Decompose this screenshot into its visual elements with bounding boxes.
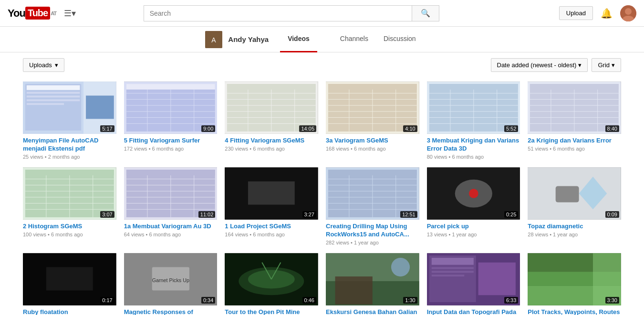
upload-button[interactable]: Upload (559, 6, 593, 20)
video-thumbnail: 4:10 (326, 81, 419, 134)
video-card[interactable]: 3:27 1 Load Project SGeMS 164 views • 6 … (225, 167, 318, 245)
video-title[interactable]: 5 Fitting Variogram Surfer (124, 137, 218, 145)
logo-at: AT (51, 10, 56, 16)
video-title[interactable]: Input Data dan Topografi Pada Studio 3 D… (427, 308, 520, 315)
tab-about[interactable] (424, 27, 439, 52)
video-meta: 51 views • 6 months ago (528, 146, 621, 152)
video-card[interactable]: 5:17 Menyimpan File AutoCAD menjadi Ekst… (23, 81, 116, 160)
sort-label: Date added (newest - oldest) (497, 61, 577, 69)
duration-badge: 9:00 (201, 125, 215, 132)
video-thumbnail: 3:07 (23, 167, 116, 220)
tab-videos-active[interactable]: Videos (280, 27, 317, 52)
view-label: Grid (598, 61, 610, 69)
video-title[interactable]: Magnetic Responses of Gemstones (124, 308, 218, 315)
svg-rect-14 (86, 96, 114, 119)
svg-rect-135 (431, 258, 473, 265)
avatar[interactable] (620, 5, 636, 21)
video-thumbnail: 12:51 (326, 167, 419, 220)
bell-icon[interactable]: 🔔 (601, 8, 613, 19)
video-thumbnail: 5:17 (23, 81, 116, 134)
video-card[interactable]: 3:07 2 Histogram SGeMS 100 views • 6 mon… (23, 167, 116, 245)
svg-text:A: A (212, 36, 217, 44)
video-card[interactable]: 9:00 5 Fitting Variogram Surfer 172 view… (124, 81, 218, 160)
video-meta: 100 views • 6 months ago (23, 232, 116, 237)
tab-playlists[interactable] (317, 27, 332, 52)
video-card[interactable]: 0:17 Ruby floatation 17 views • 1 year a… (23, 253, 116, 315)
duration-badge: 8:40 (605, 125, 619, 132)
video-title[interactable]: 2 Histogram SGeMS (23, 223, 116, 231)
video-thumbnail: 3:30 (528, 253, 621, 305)
video-title[interactable]: 2a Kriging dan Varians Error (528, 137, 621, 145)
menu-icon[interactable]: ☰▾ (64, 8, 76, 19)
video-thumbnail: 0:25 (427, 167, 520, 220)
tab-channels[interactable]: Channels (332, 27, 376, 52)
video-card[interactable]: 5:52 3 Membuat Kriging dan Varians Error… (427, 81, 520, 160)
view-button[interactable]: Grid ▾ (592, 58, 621, 72)
view-dropdown-icon: ▾ (612, 61, 615, 69)
video-card[interactable]: 1:30 Ekskursi Genesa Bahan Galian Garut … (326, 253, 419, 315)
video-card[interactable]: 8:40 2a Kriging dan Varians Error 51 vie… (528, 81, 621, 160)
video-card[interactable]: 14:05 4 Fitting Variogram SGeMS 230 view… (225, 81, 318, 160)
video-title[interactable]: Parcel pick up (427, 223, 520, 231)
svg-rect-29 (227, 84, 316, 90)
video-title[interactable]: Menyimpan File AutoCAD menjadi Ekstensi … (23, 137, 116, 153)
video-meta: 230 views • 6 months ago (225, 146, 318, 152)
video-meta: 80 views • 6 months ago (427, 154, 520, 160)
video-title[interactable]: Ruby floatation (23, 308, 116, 315)
video-title[interactable]: Plot Tracks, Waypoints, Routes ke Dalam … (528, 308, 621, 315)
toolbar-right: Date added (newest - oldest) ▾ Grid ▾ (491, 58, 622, 72)
video-meta: 282 views • 1 year ago (326, 240, 419, 245)
video-card[interactable]: 12:51 Creating Drilling Map Using RockWo… (326, 167, 419, 245)
video-meta: 164 views • 6 months ago (225, 232, 318, 237)
video-title[interactable]: Ekskursi Genesa Bahan Galian Garut 2012 (326, 308, 419, 315)
video-title[interactable]: 1a Membuat Variogram Au 3D (124, 223, 218, 231)
video-title[interactable]: Topaz diamagnetic (528, 223, 621, 231)
logo-area: YouTubeAT ☰▾ (8, 7, 76, 20)
svg-point-131 (391, 258, 410, 276)
uploads-button[interactable]: Uploads ▾ (23, 58, 64, 72)
duration-badge: 4:10 (403, 125, 417, 132)
video-title[interactable]: 1 Load Project SGeMS (225, 223, 318, 231)
video-card[interactable]: 0:09 Topaz diamagnetic 28 views • 1 year… (528, 167, 621, 245)
svg-rect-138 (431, 274, 464, 276)
channel-name: Andy Yahya (228, 35, 269, 43)
svg-rect-41 (328, 84, 417, 90)
uploads-label: Uploads (29, 61, 52, 69)
video-title[interactable]: Tour to the Open Pit Mine (225, 308, 318, 315)
duration-badge: 0:17 (100, 297, 114, 304)
svg-rect-132 (335, 276, 373, 305)
video-card[interactable]: Garnet Picks Up 0:34 Magnetic Responses … (124, 253, 218, 315)
duration-badge: 14:05 (299, 125, 316, 132)
tab-discussion[interactable]: Discussion (376, 27, 424, 52)
svg-rect-100 (248, 181, 295, 204)
svg-rect-136 (431, 267, 473, 269)
video-card[interactable]: 0:46 Tour to the Open Pit Mine 72 views … (225, 253, 318, 315)
video-card[interactable]: 4:10 3a Variogram SGeMS 168 views • 6 mo… (326, 81, 419, 160)
video-title[interactable]: 4 Fitting Variogram SGeMS (225, 137, 318, 145)
svg-rect-53 (429, 84, 518, 90)
video-title[interactable]: 3a Variogram SGeMS (326, 137, 419, 145)
video-card[interactable]: 6:33 Input Data dan Topografi Pada Studi… (427, 253, 520, 315)
video-title[interactable]: Creating Drilling Map Using RockWorks15 … (326, 223, 419, 239)
sort-button[interactable]: Date added (newest - oldest) ▾ (491, 58, 588, 72)
video-card[interactable]: 0:25 Parcel pick up 13 views • 1 year ag… (427, 167, 520, 245)
svg-text:Garnet Picks Up: Garnet Picks Up (152, 277, 189, 283)
svg-rect-137 (431, 271, 473, 273)
duration-badge: 1:30 (403, 297, 417, 304)
header: YouTubeAT ☰▾ 🔍 Upload 🔔 (0, 0, 644, 27)
duration-badge: 0:34 (201, 297, 215, 304)
svg-rect-7 (25, 84, 81, 131)
duration-badge: 3:30 (605, 297, 619, 304)
video-card[interactable]: 3:30 Plot Tracks, Waypoints, Routes ke D… (528, 253, 621, 315)
video-thumbnail: 1:30 (326, 253, 419, 305)
duration-badge: 0:46 (302, 297, 316, 304)
search-button[interactable]: 🔍 (412, 5, 439, 21)
search-input[interactable] (144, 5, 412, 21)
video-title[interactable]: 3 Membuat Kriging dan Varians Error Data… (427, 137, 520, 153)
video-thumbnail: Garnet Picks Up 0:34 (124, 253, 218, 305)
youtube-logo[interactable]: YouTubeAT (8, 7, 56, 20)
channel-avatar: A (205, 31, 222, 48)
svg-point-1 (625, 8, 632, 15)
video-thumbnail: 0:09 (528, 167, 621, 220)
video-card[interactable]: 11:02 1a Membuat Variogram Au 3D 64 view… (124, 167, 218, 245)
